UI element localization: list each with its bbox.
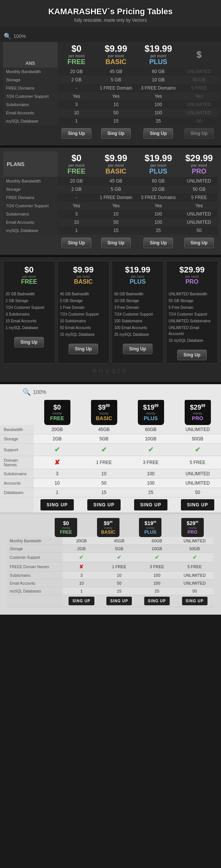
row-label: Monthly Bandwidth bbox=[7, 537, 63, 545]
signup-free-5-cell: SING UP bbox=[63, 595, 100, 607]
card-basic-header: $9.99 per mont BASIC bbox=[58, 261, 109, 289]
row-basic: 1 FREE Domain bbox=[96, 193, 137, 202]
row-basic: 5 GB bbox=[96, 185, 137, 193]
signup-free-4-cell: SING UP bbox=[34, 497, 81, 513]
row-free: 20GB bbox=[34, 425, 81, 434]
row-label: Bandwidth bbox=[0, 425, 34, 434]
table-row: Email Accounts 10 50 100 UNLIMITED bbox=[7, 579, 214, 587]
row-free: - bbox=[58, 193, 96, 202]
table-row: Monthly Bandwidth 20GB 45GB 60GB UNLIMIT… bbox=[7, 537, 214, 545]
row-label: Subdomains bbox=[0, 469, 34, 479]
row-plus: 60 GB bbox=[136, 177, 180, 185]
signup-pro-3[interactable]: Sing Up bbox=[177, 350, 207, 360]
row-basic: 1 FREE bbox=[100, 562, 138, 572]
card-free-price: $0 bbox=[6, 265, 52, 275]
signup-plus-4[interactable]: SING UP bbox=[134, 499, 167, 510]
row-pro: 5 FREE bbox=[180, 193, 218, 202]
signup-free-3[interactable]: Sing Up bbox=[14, 337, 44, 347]
signup-plus-5[interactable]: SING UP bbox=[144, 597, 170, 605]
row-plus: 3 FREE bbox=[138, 562, 176, 572]
row-basic: 45 GB bbox=[96, 67, 137, 76]
col-basic-2: $9.99 per mont BASIC bbox=[96, 151, 137, 177]
row-plus: 100 bbox=[136, 218, 180, 226]
card-plus-body: 60 GB Badnwidth 10 GB Storage 3 Free Dom… bbox=[112, 289, 163, 341]
row-free: Yes bbox=[58, 92, 96, 100]
basic-storage: 5 GB Storage bbox=[60, 298, 107, 304]
pro-price: $ bbox=[182, 49, 217, 60]
row-basic: 50 bbox=[100, 579, 138, 587]
row-plus: 3 FREE Domains bbox=[136, 84, 180, 92]
cap-pro-sm-name: PRO bbox=[183, 530, 202, 535]
card-free-per: per mont bbox=[6, 275, 52, 278]
free-price: $0 bbox=[59, 43, 94, 54]
row-label: Storage bbox=[3, 76, 58, 84]
signup-pro-4-cell: SING UP bbox=[174, 497, 221, 513]
signup-basic-5[interactable]: SING UP bbox=[106, 597, 132, 605]
table-row: FREE Domains - 1 FREE Domain 3 FREE Doma… bbox=[3, 84, 218, 92]
row-basic: 45 GB bbox=[96, 177, 137, 185]
signup-plus-2[interactable]: Sing Up bbox=[143, 238, 173, 248]
row-pro: UNLIMITED bbox=[180, 177, 218, 185]
row-label: FREE Domains bbox=[3, 84, 58, 92]
signup-basic-1[interactable]: Sing Up bbox=[101, 128, 131, 139]
cap-plus-sm-price: $1999 bbox=[140, 520, 160, 526]
row-plus: 60GB bbox=[138, 537, 176, 545]
row-basic: 10 bbox=[96, 210, 137, 218]
row-pro: 50 bbox=[180, 226, 218, 235]
signup-free-5[interactable]: SING UP bbox=[69, 597, 94, 605]
row-label: 7/24 Customer Support bbox=[3, 202, 58, 210]
row-label: FREEE Domain Names bbox=[7, 562, 63, 572]
plus-subdomains: 100 Subdomains bbox=[114, 318, 161, 324]
free-name: FREE bbox=[59, 58, 94, 66]
basic-per: per mont bbox=[97, 54, 135, 58]
row-label: Email Accounts bbox=[7, 579, 63, 587]
card-free-name: FREE bbox=[6, 278, 52, 285]
pro-bw: UNLIMITED Bandwidth bbox=[169, 291, 215, 297]
row-pro: 50 bbox=[174, 488, 221, 497]
col-free-header: $0 per mont FREE bbox=[58, 42, 96, 67]
row-basic: 10 bbox=[81, 469, 127, 479]
row-plus: 100 bbox=[127, 469, 174, 479]
signup-pro-4[interactable]: SING UP bbox=[181, 499, 214, 510]
signup-basic-3[interactable]: Sing Up bbox=[69, 344, 98, 354]
signup-plus-3[interactable]: Sing Up bbox=[123, 344, 152, 354]
signup-pro-5[interactable]: SING UP bbox=[182, 597, 208, 605]
row-free: 3 bbox=[58, 210, 96, 218]
plus-mysql: 25 mySQL Database bbox=[114, 332, 161, 338]
signup-basic-4[interactable]: SING UP bbox=[87, 499, 120, 510]
signup-plus-1[interactable]: Sing Up bbox=[143, 128, 173, 139]
zoom-icon-4: 🔍 bbox=[22, 388, 31, 396]
row-basic: 15 bbox=[81, 488, 127, 497]
row-pro: 50 GB bbox=[180, 76, 218, 84]
signup-pro-1[interactable]: Sing Up bbox=[184, 128, 214, 139]
signup-basic-2[interactable]: Sing Up bbox=[101, 238, 131, 248]
row-free: 3 bbox=[63, 572, 100, 579]
signup-free-2[interactable]: Sing Up bbox=[61, 238, 91, 248]
signup-plus-4-cell: SING UP bbox=[127, 497, 174, 513]
pro-mysql: 15 mySQL Database bbox=[169, 338, 215, 344]
plus-support: 7/24 Customer Support bbox=[114, 311, 161, 317]
row-plus: 100 bbox=[136, 109, 180, 117]
row-label: Subdomains bbox=[3, 100, 58, 109]
plus-storage: 10 GB Storage bbox=[114, 298, 161, 304]
row-label: FREE Domains bbox=[3, 193, 58, 202]
card-pro-price: $29.99 bbox=[169, 265, 215, 275]
cap-basic-inner: $999 monty BASIC bbox=[91, 400, 117, 425]
cap-basic-sm: $999 monty BASIC bbox=[97, 518, 119, 537]
row-plus: 100 bbox=[136, 210, 180, 218]
plus-per: per mont bbox=[138, 54, 179, 58]
row-pro: UNLIMITED bbox=[176, 579, 214, 587]
signup-pro-2[interactable]: Sing Up bbox=[184, 238, 214, 248]
row-free: - bbox=[58, 84, 96, 92]
signup-free-4[interactable]: SING UP bbox=[40, 499, 73, 510]
row-pro: 5 FREE bbox=[176, 562, 214, 572]
free-bw: 20 GB Badnwidth bbox=[6, 291, 52, 297]
row-pro: 5 FREE bbox=[174, 456, 221, 469]
plan-caps-row-5: $0 monty FREE $999 monty BASIC $1999 mon… bbox=[7, 518, 214, 537]
free-name-2: FREE bbox=[59, 168, 94, 175]
row-basic: 15 bbox=[96, 117, 137, 125]
row-pro: UNLIMITED bbox=[180, 109, 218, 117]
light-pricing-table-4: Bandwidth 20GB 45GB 60GB UNLIMITED Stora… bbox=[0, 425, 221, 513]
cap-basic-price: $999 bbox=[94, 404, 114, 412]
signup-free-1[interactable]: Sing Up bbox=[61, 128, 91, 139]
